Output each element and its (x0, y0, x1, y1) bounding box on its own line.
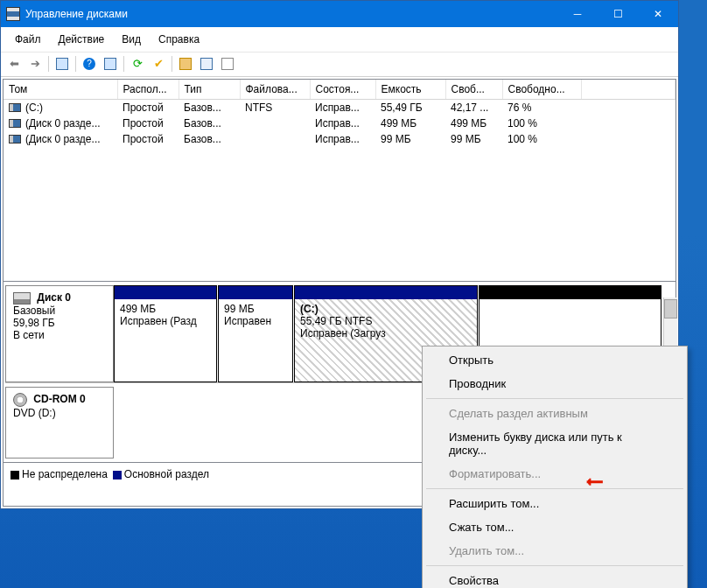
disk-sub: DVD (D:) (13, 407, 56, 419)
toolbar: ⬅ ➔ ? ⟳ ✔ (1, 52, 678, 77)
partition-status: Исправен (Загруз (300, 327, 472, 340)
ctx-open[interactable]: Открыть (424, 348, 685, 372)
list-button[interactable] (101, 54, 120, 74)
disk-label[interactable]: CD-ROM 0 DVD (D:) (5, 387, 114, 458)
back-button[interactable]: ⬅ (4, 54, 24, 74)
disk-status: В сети (13, 329, 45, 341)
settings-button[interactable] (176, 54, 195, 74)
disk-name: Диск 0 (37, 291, 71, 304)
cell (240, 116, 310, 131)
partition-size: 55,49 ГБ NTFS (300, 315, 472, 327)
cell: 55,49 ГБ (375, 100, 445, 116)
ctx-properties[interactable]: Свойства (424, 569, 685, 588)
cell: (Диск 0 разде... (25, 117, 101, 130)
partition-title: (C:) (300, 303, 472, 315)
cell: Базов... (178, 100, 240, 116)
cell: Исправ... (310, 100, 375, 116)
menu-help[interactable]: Справка (151, 31, 206, 48)
volume-icon (9, 119, 21, 128)
cell: 499 МБ (445, 116, 502, 131)
cell: Базов... (178, 131, 240, 147)
cell: Простой (117, 131, 178, 147)
col-fs[interactable]: Файлова... (240, 80, 310, 100)
cell: (C:) (25, 102, 43, 114)
legend-primary: Основной раздел (124, 468, 209, 480)
col-status[interactable]: Состоя... (310, 80, 375, 100)
partition-size: 499 МБ (120, 303, 211, 315)
cell: Исправ... (310, 131, 375, 147)
forward-button[interactable]: ➔ (25, 54, 45, 74)
partition-status: Исправен (224, 315, 287, 327)
menubar: Файл Действие Вид Справка (1, 27, 678, 52)
separator-icon (426, 565, 683, 566)
maximize-button[interactable]: ☐ (598, 1, 638, 27)
titlebar[interactable]: Управление дисками ─ ☐ ✕ (1, 1, 678, 27)
annotation-arrow-icon: 🠔 (586, 472, 604, 493)
separator-icon (172, 56, 172, 72)
ctx-extend-volume[interactable]: Расширить том... (424, 492, 685, 515)
ctx-delete-volume: Удалить том... (424, 539, 685, 563)
col-freepct[interactable]: Свободно... (502, 80, 581, 100)
menu-action[interactable]: Действие (52, 31, 112, 48)
minimize-button[interactable]: ─ (557, 1, 598, 27)
separator-icon (426, 488, 683, 489)
ctx-explorer[interactable]: Проводник (424, 372, 685, 396)
cell: Простой (117, 116, 178, 131)
separator-icon (426, 398, 683, 399)
ctx-make-active: Сделать раздел активным (424, 402, 685, 425)
disk-name: CD-ROM 0 (33, 393, 85, 405)
ctx-shrink-volume[interactable]: Сжать том... (424, 515, 685, 539)
separator-icon (75, 56, 76, 72)
cell: 100 % (502, 116, 581, 131)
separator-icon (48, 56, 49, 72)
refresh-button[interactable]: ⟳ (128, 54, 147, 74)
col-capacity[interactable]: Емкость (375, 80, 445, 100)
cell: 100 % (502, 131, 581, 147)
menu-view[interactable]: Вид (115, 31, 148, 48)
cell: 99 МБ (375, 131, 445, 147)
disk-size: 59,98 ГБ (13, 317, 55, 329)
cell: Простой (117, 100, 178, 116)
volume-icon (9, 103, 21, 112)
ctx-format: Форматировать... (424, 462, 685, 486)
table-row[interactable]: (Диск 0 разде... Простой Базов... Исправ… (4, 116, 676, 131)
partition[interactable]: 99 МБ Исправен (218, 285, 293, 382)
col-type[interactable]: Тип (178, 80, 240, 100)
table-header[interactable]: Том Распол... Тип Файлова... Состоя... Е… (4, 80, 676, 100)
ctx-change-letter[interactable]: Изменить букву диска или путь к диску... (424, 425, 685, 462)
table-row[interactable]: (Диск 0 разде... Простой Базов... Исправ… (4, 131, 676, 147)
table-row[interactable]: (C:) Простой Базов... NTFS Исправ... 55,… (4, 100, 676, 116)
detail-view-button[interactable] (218, 54, 237, 74)
cell: Базов... (178, 116, 240, 131)
properties-button[interactable] (52, 54, 72, 74)
close-button[interactable]: ✕ (638, 1, 678, 27)
help-button[interactable]: ? (80, 54, 99, 74)
swatch-primary-icon (113, 471, 122, 480)
volume-icon (9, 135, 21, 144)
app-icon (6, 7, 20, 21)
separator-icon (123, 56, 124, 72)
col-layout[interactable]: Распол... (117, 80, 178, 100)
swatch-unallocated-icon (10, 471, 19, 480)
partition-size: 99 МБ (224, 303, 287, 315)
cell: Исправ... (310, 116, 375, 131)
check-button[interactable]: ✔ (149, 54, 168, 74)
context-menu: Открыть Проводник Сделать раздел активны… (422, 346, 688, 588)
disk-type: Базовый (13, 304, 55, 317)
menu-file[interactable]: Файл (8, 31, 48, 48)
cell: (Диск 0 разде... (25, 133, 101, 145)
cell: 499 МБ (375, 116, 445, 131)
disk-label[interactable]: Диск 0 Базовый 59,98 ГБ В сети (5, 285, 114, 382)
disk-icon (13, 292, 31, 304)
partition[interactable]: 499 МБ Исправен (Разд (114, 285, 217, 382)
window-title: Управление дисками (25, 8, 557, 20)
col-free[interactable]: Своб... (445, 80, 502, 100)
cell (240, 131, 310, 147)
cell: NTFS (240, 100, 310, 116)
cd-icon (13, 393, 27, 407)
col-volume[interactable]: Том (4, 80, 117, 100)
cell: 76 % (502, 100, 581, 116)
graphical-view-button[interactable] (197, 54, 216, 74)
cell: 42,17 ... (445, 100, 502, 116)
partition-status: Исправен (Разд (120, 315, 211, 327)
